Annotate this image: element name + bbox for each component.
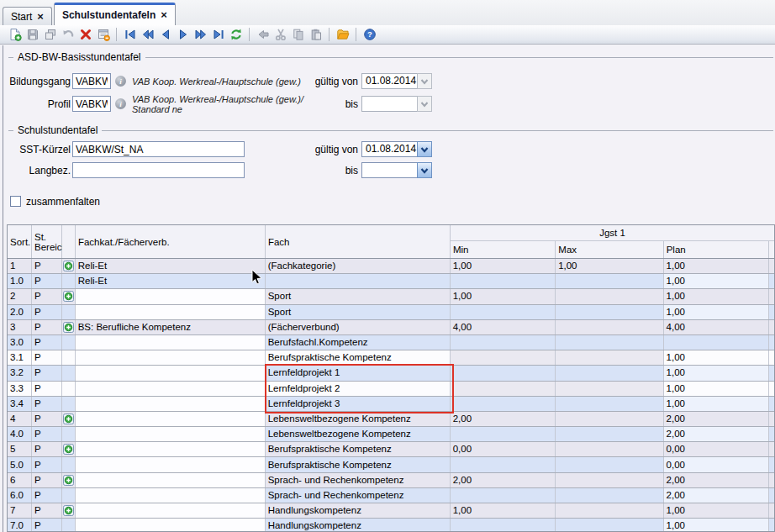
cell-add-empty[interactable] <box>62 427 76 441</box>
open-folder-icon[interactable] <box>335 27 351 43</box>
tab-schulstundentafeln[interactable]: Schulstundentafeln × <box>54 3 176 25</box>
cell-st-bereich[interactable]: P <box>32 442 62 456</box>
sst-bis-combo[interactable] <box>361 162 432 178</box>
header-add-column[interactable] <box>62 225 76 258</box>
info-icon[interactable]: i <box>115 76 126 87</box>
header-st-bereich[interactable]: St.Bereich <box>32 225 62 258</box>
cell-sort[interactable]: 4 <box>8 412 32 426</box>
cell-plan[interactable]: 2,00 <box>664 488 769 503</box>
cell-fachkat[interactable] <box>76 519 266 532</box>
cell-min[interactable] <box>451 457 556 471</box>
cell-max[interactable] <box>556 320 663 334</box>
cell-plan[interactable]: 1,00 <box>664 397 769 411</box>
profil-input[interactable] <box>72 96 111 112</box>
cell-st-bereich[interactable]: P <box>32 519 62 532</box>
cell-plan[interactable]: 1,00 <box>664 305 769 319</box>
sst-kuerzel-input[interactable] <box>72 141 245 157</box>
nav-first-icon[interactable] <box>122 27 138 43</box>
cell-fach[interactable]: Handlungskompetenz <box>266 519 451 532</box>
properties-icon[interactable] <box>95 27 111 43</box>
table-row[interactable]: 7PHandlungskompetenz1,001,00 <box>8 503 774 519</box>
header-min[interactable]: Min <box>451 241 556 258</box>
cell-fach[interactable] <box>266 274 451 288</box>
cell-st-bereich[interactable]: P <box>32 274 62 288</box>
cell-st-bereich[interactable]: P <box>32 305 62 319</box>
cell-sort[interactable]: 3.2 <box>8 366 32 380</box>
cell-sort[interactable]: 5 <box>8 442 32 456</box>
cell-plan[interactable]: 2,00 <box>664 427 769 441</box>
cell-max[interactable] <box>556 412 663 426</box>
cell-sort[interactable]: 4.0 <box>8 427 32 441</box>
cell-min[interactable] <box>451 366 556 380</box>
paste-icon[interactable] <box>308 27 324 43</box>
cell-fachkat[interactable]: BS: Berufliche Kompetenz <box>76 320 266 334</box>
cell-st-bereich[interactable]: P <box>32 397 62 411</box>
cell-fach[interactable]: Berufspraktische Kompetenz <box>266 442 451 456</box>
cell-plan[interactable]: 1,00 <box>664 274 769 288</box>
cell-st-bereich[interactable]: P <box>32 335 62 350</box>
header-fachkat[interactable]: Fachkat./Fächerverb. <box>76 225 266 258</box>
cell-st-bereich[interactable]: P <box>32 503 62 518</box>
add-row-button[interactable] <box>62 289 76 303</box>
table-row[interactable]: 1PReli-Et(Fachkategorie)1,001,001,00 <box>8 259 774 274</box>
table-row[interactable]: 4PLebensweltbezogene Kompetenz2,002,00 <box>8 412 774 427</box>
basis-bis-combo[interactable] <box>361 96 432 112</box>
cell-fachkat[interactable] <box>76 473 266 487</box>
cell-plan[interactable]: 1,00 <box>664 259 769 273</box>
cell-add-empty[interactable] <box>62 519 76 532</box>
cell-max[interactable] <box>556 305 663 319</box>
table-row[interactable]: 6.0PSprach- und Rechenkompetenz2,00 <box>8 488 774 503</box>
table-row[interactable]: 2PSport1,001,00 <box>8 289 774 304</box>
info-icon[interactable]: i <box>115 98 126 109</box>
cell-st-bereich[interactable]: P <box>32 350 62 365</box>
cell-fach[interactable]: Lebensweltbezogene Kompetenz <box>266 427 451 441</box>
refresh-icon[interactable] <box>228 27 244 43</box>
cell-max[interactable] <box>556 366 663 380</box>
cell-max[interactable] <box>556 473 663 487</box>
cell-sort[interactable]: 1 <box>8 259 32 273</box>
sst-gueltig-von-combo[interactable]: 01.08.2014 <box>361 141 432 157</box>
table-row[interactable]: 6PSprach- und Rechenkompetenz2,002,00 <box>8 473 774 488</box>
nav-fast-forward-icon[interactable] <box>192 27 208 43</box>
cell-min[interactable] <box>451 382 556 396</box>
chevron-down-icon[interactable] <box>417 73 432 89</box>
table-row[interactable]: 3.4PLernfeldprojekt 31,00 <box>8 397 774 412</box>
cell-fach[interactable]: Lernfeldprojekt 2 <box>266 382 451 396</box>
cut-icon[interactable] <box>272 27 288 43</box>
chevron-down-icon[interactable] <box>417 162 432 178</box>
table-row[interactable]: 3.0PBerufsfachl.Kompetenz <box>8 335 774 350</box>
cell-max[interactable] <box>556 382 663 396</box>
header-plan[interactable]: Plan <box>664 241 769 258</box>
cell-sort[interactable]: 6 <box>8 473 32 487</box>
bildungsgang-input[interactable] <box>72 73 111 89</box>
table-row[interactable]: 3.1PBerufspraktische Kompetenz1,00 <box>8 350 774 366</box>
cell-fach[interactable]: Berufspraktische Kompetenz <box>266 350 451 365</box>
cell-sort[interactable]: 3.4 <box>8 397 32 411</box>
cell-max[interactable] <box>556 488 663 503</box>
cell-st-bereich[interactable]: P <box>32 382 62 396</box>
header-sort[interactable]: Sort. <box>8 225 32 258</box>
cell-sort[interactable]: 2 <box>8 289 32 303</box>
cell-min[interactable]: 2,00 <box>451 473 556 487</box>
cell-fachkat[interactable] <box>76 350 266 365</box>
cell-st-bereich[interactable]: P <box>32 412 62 426</box>
cell-min[interactable] <box>451 488 556 503</box>
add-row-button[interactable] <box>62 259 76 273</box>
nav-back-icon[interactable] <box>157 27 173 43</box>
add-row-button[interactable] <box>62 442 76 456</box>
cell-st-bereich[interactable]: P <box>32 457 62 471</box>
cell-st-bereich[interactable]: P <box>32 366 62 380</box>
cell-plan[interactable]: 1,00 <box>664 289 769 303</box>
table-row[interactable]: 7.0PHandlungskompetenz1,00 <box>8 519 774 532</box>
header-fach[interactable]: Fach <box>266 225 451 258</box>
langbez-input[interactable] <box>72 162 245 178</box>
cell-min[interactable]: 1,00 <box>451 259 556 273</box>
cell-plan[interactable]: 2,00 <box>664 412 769 426</box>
cell-fach[interactable]: Berufsfachl.Kompetenz <box>266 335 451 350</box>
cell-st-bereich[interactable]: P <box>32 427 62 441</box>
cell-fachkat[interactable] <box>76 335 266 350</box>
cell-st-bereich[interactable]: P <box>32 289 62 303</box>
cell-fach[interactable]: Sprach- und Rechenkompetenz <box>266 473 451 487</box>
cell-sort[interactable]: 3.3 <box>8 382 32 396</box>
cell-sort[interactable]: 1.0 <box>8 274 32 288</box>
